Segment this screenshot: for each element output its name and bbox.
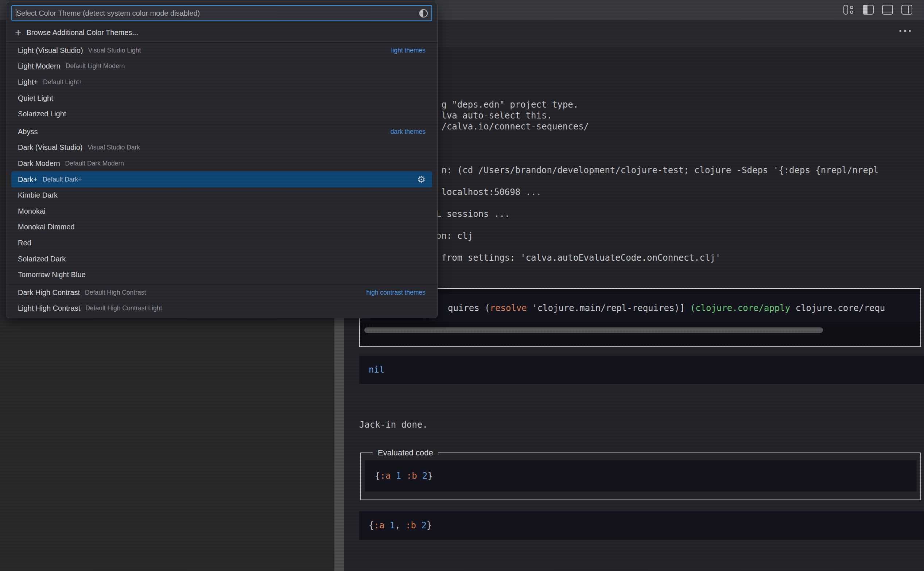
jack-in-code-box: quires (resolve 'clojure.main/repl-requi… [359,288,921,347]
quickpick-item-light-visual-studio[interactable]: Light (Visual Studio)Visual Studio Light… [11,43,432,59]
quickpick-item-dark-modern[interactable]: Dark ModernDefault Dark Modern [11,156,432,172]
theme-label: Quiet Light [18,94,53,102]
quickpick-item-kimbie-dark[interactable]: Kimbie Dark [11,187,432,204]
theme-description: Default Dark Modern [65,160,124,167]
quickpick-item-monokai[interactable]: Monokai [11,204,432,219]
quickpick-item-dark[interactable]: Dark+Default Dark+⚙ [11,171,432,187]
text-cursor [16,9,16,17]
theme-description: Default High Contrast Light [85,304,162,312]
theme-description: Default High Contrast [85,289,146,296]
color-theme-quickpick: +Browse Additional Color Themes...Light … [6,2,438,318]
quickpick-input[interactable] [12,6,431,20]
theme-label: Light Modern [18,62,60,70]
quickpick-item-browse-additional-color-themes[interactable]: +Browse Additional Color Themes... [11,25,432,41]
separator [6,123,437,123]
quickpick-item-dark-high-contrast[interactable]: Dark High ContrastDefault High Contrasth… [11,285,432,301]
theme-label: Solarized Dark [18,255,66,263]
plus-icon: + [15,27,22,38]
toggle-primary-sidebar-icon[interactable] [863,5,874,15]
color-mode-icon[interactable] [420,9,428,17]
quickpick-item-dark-visual-studio[interactable]: Dark (Visual Studio)Visual Studio Dark [11,140,432,156]
quickpick-item-red[interactable]: Red [11,235,432,251]
theme-label: Dark+ [18,175,37,184]
editor-actions-ellipsis-icon[interactable]: ··· [899,25,913,37]
theme-description: Default Dark+ [43,176,82,184]
quickpick-item-light-high-contrast[interactable]: Light High ContrastDefault High Contrast… [11,301,432,316]
quickpick-input-box [11,5,432,21]
separator [6,284,437,284]
nil-result: nil [359,355,924,384]
theme-label: Light+ [18,78,38,86]
theme-label: Monokai [18,207,46,216]
theme-label: Solarized Light [18,110,66,118]
quickpick-item-light[interactable]: Light+Default Light+ [11,74,432,90]
quickpick-item-solarized-dark[interactable]: Solarized Dark [11,251,432,267]
horizontal-scrollbar-thumb[interactable] [364,327,823,333]
evaluated-code-line: {:a 1 :b 2} [365,460,917,492]
evaluated-code-legend: Evaluated code [373,448,438,458]
theme-category-link[interactable]: dark themes [390,128,426,136]
quickpick-item-monokai-dimmed[interactable]: Monokai Dimmed [11,219,432,235]
theme-category-link[interactable]: high contrast themes [366,289,426,296]
theme-label: Dark (Visual Studio) [18,143,82,152]
theme-label: Light (Visual Studio) [18,46,83,55]
quickpick-item-quiet-light[interactable]: Quiet Light [11,90,432,106]
evaluated-code-box: Evaluated code {:a 1 :b 2} [360,452,921,500]
theme-label: Dark Modern [18,159,60,168]
gear-icon[interactable]: ⚙ [417,174,426,184]
theme-label: Dark High Contrast [18,289,80,297]
quickpick-item-tomorrow-night-blue[interactable]: Tomorrow Night Blue [11,267,432,283]
eval-result-line: {:a 1, :b 2} [359,511,924,540]
quickpick-item-light-modern[interactable]: Light ModernDefault Light Modern [11,58,432,74]
theme-description: Default Light+ [43,79,82,86]
theme-label: Red [18,239,31,247]
theme-label: Browse Additional Color Themes... [26,28,138,37]
quickpick-item-abyss[interactable]: Abyssdark themes [11,124,432,140]
jack-in-done-text: Jack-in done. [359,419,428,430]
theme-label: Abyss [18,128,37,136]
repl-output-lines: g "deps.edn" project type. lva auto-sele… [436,99,924,263]
theme-label: Monokai Dimmed [18,223,75,231]
theme-label: Tomorrow Night Blue [18,270,86,279]
customize-layout-icon[interactable] [844,5,855,15]
theme-label: Kimbie Dark [18,191,58,199]
theme-description: Visual Studio Dark [88,144,140,151]
theme-description: Visual Studio Light [88,47,141,54]
toggle-panel-icon[interactable] [882,5,893,15]
layout-controls [844,5,912,15]
toggle-secondary-sidebar-icon[interactable] [901,5,912,15]
vscode-window: ··· g "deps.edn" project type. lva auto-… [0,0,924,571]
theme-category-link[interactable]: light themes [391,47,426,54]
jack-in-code-line: quires (resolve 'clojure.main/repl-requi… [360,294,920,323]
quickpick-item-solarized-light[interactable]: Solarized Light [11,106,432,122]
separator [6,42,437,42]
theme-description: Default Light Modern [66,62,125,70]
theme-label: Light High Contrast [18,304,80,312]
quickpick-list: +Browse Additional Color Themes...Light … [11,25,432,316]
